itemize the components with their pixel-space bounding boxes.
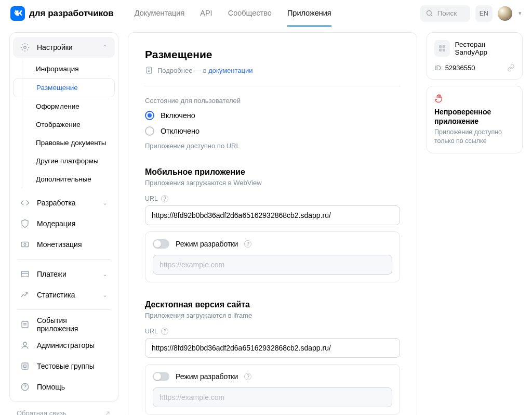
- radio-enabled[interactable]: Включено: [145, 111, 400, 120]
- app-id-label: ID:: [434, 64, 443, 72]
- feedback-link[interactable]: Обратная связь: [9, 402, 118, 415]
- sidebar-app-events[interactable]: События приложения: [13, 314, 115, 335]
- sidebar-payments-label: Платежи: [37, 270, 66, 278]
- app-id-value: 52936550: [445, 64, 475, 72]
- radio-disabled-label: Отключено: [161, 127, 200, 135]
- link-icon[interactable]: [507, 64, 515, 72]
- sidebar-item-placement[interactable]: Размещение: [13, 78, 115, 97]
- doc-link[interactable]: документации: [208, 67, 252, 74]
- sidebar-test-label: Тестовые группы: [37, 362, 95, 370]
- help-icon[interactable]: ?: [161, 328, 168, 335]
- sidebar-item-legal[interactable]: Правовые документы: [13, 134, 115, 152]
- doc-prefix: Подробнее — в: [157, 67, 208, 74]
- avatar[interactable]: [498, 6, 512, 21]
- svg-rect-12: [439, 49, 442, 51]
- vk-logo-icon: [10, 6, 25, 21]
- chevron-down-icon[interactable]: ▾: [518, 10, 522, 17]
- desktop-heading: Десктопная версия сайта: [145, 300, 400, 309]
- radio-on-icon: [145, 111, 154, 120]
- mobile-dev-toggle[interactable]: [153, 239, 169, 249]
- radio-disabled[interactable]: Отключено: [145, 126, 400, 136]
- flask-icon: [20, 361, 30, 371]
- chevron-up-icon: ⌃: [102, 44, 108, 51]
- sidebar-group-monetization[interactable]: Монетизация: [13, 234, 115, 255]
- sidebar-item-display[interactable]: Отображение: [13, 115, 115, 134]
- svg-point-3: [24, 243, 26, 245]
- sidebar-monetization-label: Монетизация: [37, 240, 82, 249]
- sidebar-group-dev[interactable]: Разработка ⌄: [13, 192, 115, 213]
- sidebar-events-label: События приложения: [37, 316, 108, 333]
- mobile-app-sub: Приложения загружаются в WebView: [145, 179, 400, 187]
- chevron-down-icon: ⌄: [102, 199, 108, 206]
- sidebar-item-info[interactable]: Информация: [13, 60, 115, 78]
- right-column: Ресторан SandyApp ID: 52936550 Непровере…: [427, 27, 523, 415]
- radio-off-icon: [145, 126, 154, 136]
- user-icon: [20, 341, 30, 350]
- desktop-url-input[interactable]: [145, 338, 400, 358]
- help-icon[interactable]: ?: [161, 195, 168, 202]
- chevron-down-icon: ⌄: [102, 291, 108, 299]
- card-icon: [20, 269, 30, 279]
- desktop-dev-toggle[interactable]: [153, 372, 169, 381]
- desktop-sub: Приложения загружаются в iframe: [145, 312, 400, 319]
- svg-rect-2: [21, 242, 29, 247]
- sidebar-help-label: Помощь: [37, 383, 65, 391]
- sidebar-moderation-label: Модерация: [37, 219, 75, 228]
- page-title: Размещение: [145, 48, 400, 61]
- sidebar-group-payments[interactable]: Платежи ⌄: [13, 264, 115, 284]
- mobile-dev-url-input: [153, 255, 392, 275]
- search-icon: [425, 9, 433, 17]
- sidebar-item-platforms[interactable]: Другие платформы: [13, 152, 115, 170]
- shield-icon: [20, 219, 30, 228]
- sidebar-help[interactable]: Помощь: [13, 377, 115, 397]
- brand-text: для разработчиков: [29, 8, 114, 19]
- svg-rect-11: [443, 45, 445, 48]
- sidebar-test-groups[interactable]: Тестовые группы: [13, 356, 115, 377]
- sidebar-group-moderation[interactable]: Модерация: [13, 213, 115, 234]
- sidebar-dev-label: Разработка: [37, 199, 76, 207]
- mobile-url-input[interactable]: [145, 205, 400, 225]
- list-icon: [20, 320, 30, 329]
- external-icon: [104, 410, 111, 416]
- gear-icon: [20, 43, 30, 52]
- sidebar-group-stats[interactable]: Статистика ⌄: [13, 284, 115, 305]
- sidebar-stats-label: Статистика: [37, 291, 75, 299]
- svg-rect-4: [21, 271, 29, 277]
- mobile-dev-box: Режим разработки ?: [145, 231, 400, 282]
- brand-logo[interactable]: для разработчиков: [10, 6, 114, 21]
- search-input[interactable]: Поиск: [420, 5, 470, 22]
- svg-rect-5: [22, 321, 28, 328]
- code-icon: [20, 198, 30, 208]
- feedback-label: Обратная связь: [17, 409, 66, 415]
- svg-rect-13: [443, 49, 445, 51]
- app-header: для разработчиков Документация API Сообщ…: [0, 0, 532, 27]
- sidebar: Настройки ⌃ Информация Размещение Оформл…: [9, 27, 118, 415]
- svg-rect-7: [22, 363, 28, 369]
- nav-docs[interactable]: Документация: [135, 1, 184, 27]
- warning-text: Приложение доступно только по ссылке: [434, 128, 515, 146]
- help-icon[interactable]: ?: [244, 240, 251, 248]
- header-right: Поиск EN ▾: [420, 5, 522, 22]
- svg-point-0: [427, 11, 431, 16]
- sidebar-settings-label: Настройки: [37, 43, 73, 51]
- mobile-app-heading: Мобильное приложение: [145, 167, 400, 177]
- nav-community[interactable]: Сообщество: [228, 1, 272, 27]
- app-icon: [434, 40, 450, 57]
- nav-apps[interactable]: Приложения: [287, 1, 331, 27]
- warning-title: Непроверенное приложение: [434, 107, 515, 126]
- sidebar-admins-label: Администраторы: [37, 341, 95, 349]
- sidebar-admins[interactable]: Администраторы: [13, 335, 115, 356]
- desktop-dev-url-input: [153, 387, 392, 407]
- sidebar-item-additional[interactable]: Дополнительные: [13, 170, 115, 188]
- help-icon: [20, 382, 30, 392]
- app-info-card: Ресторан SandyApp ID: 52936550: [427, 32, 523, 80]
- nav-api[interactable]: API: [200, 1, 212, 27]
- sidebar-group-settings[interactable]: Настройки ⌃: [13, 37, 115, 58]
- main-content: Размещение Подробнее — в документации Со…: [128, 32, 417, 415]
- state-hint: Приложение доступно по URL: [145, 142, 400, 150]
- language-switch[interactable]: EN: [475, 5, 493, 22]
- help-icon[interactable]: ?: [244, 373, 251, 380]
- sidebar-item-appearance[interactable]: Оформление: [13, 97, 115, 115]
- svg-point-1: [24, 46, 26, 49]
- doc-hint: Подробнее — в документации: [145, 66, 400, 74]
